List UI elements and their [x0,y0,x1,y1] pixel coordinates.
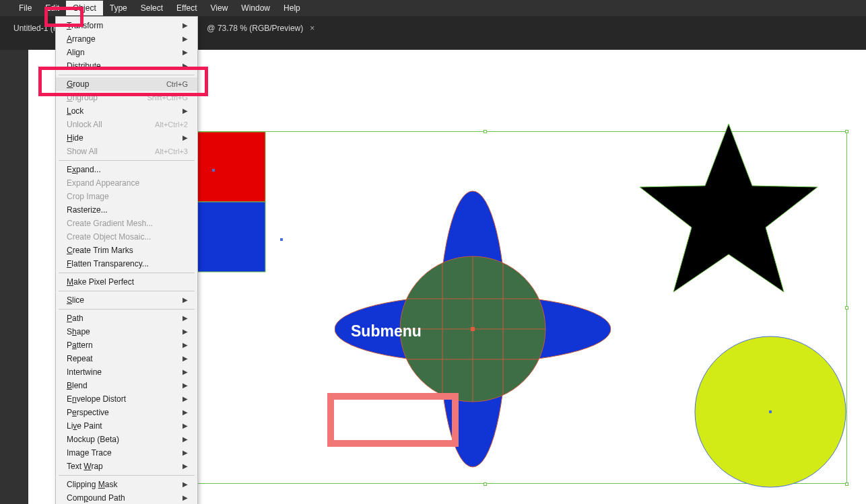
submenu-arrow-icon: ▶ [182,479,188,490]
submenu-arrow-icon: ▶ [182,461,188,472]
menu-item-mockup-beta[interactable]: Mockup (Beta)▶ [56,433,197,446]
shape-center-2 [280,238,283,241]
menu-item-label: Slice [67,295,84,305]
submenu-arrow-icon: ▶ [182,434,188,445]
menu-item-label: Lock [67,106,84,116]
menu-item-live-paint[interactable]: Live Paint▶ [56,419,197,433]
menu-item-label: Shape [67,326,90,337]
menu-item-label: Pattern [67,340,93,351]
menu-separator [59,273,195,273]
menu-item-text-wrap[interactable]: Text Wrap▶ [56,460,197,473]
menu-item-show-all: Show AllAlt+Ctrl+3 [56,145,197,158]
menu-item-envelope-distort[interactable]: Envelope Distort▶ [56,392,197,406]
menu-item-pattern[interactable]: Pattern▶ [56,338,197,352]
close-tab-icon[interactable]: × [310,24,314,33]
sel-handle-rm[interactable] [845,306,848,310]
menu-item-label: Hide [67,133,84,143]
submenu-arrow-icon: ▶ [182,394,188,404]
menu-separator [59,75,195,75]
menu-item-intertwine[interactable]: Intertwine▶ [56,365,197,379]
menu-item-label: Group [67,79,89,89]
menu-help[interactable]: Help [277,1,307,15]
menu-file[interactable]: File [12,1,38,15]
menu-item-label: Rasterize... [67,205,108,215]
menu-item-unlock-all: Unlock AllAlt+Ctrl+2 [56,118,197,131]
menu-item-lock[interactable]: Lock▶ [56,104,197,118]
menu-item-rasterize[interactable]: Rasterize... [56,203,197,217]
menu-item-label: Clipping Mask [67,479,117,490]
tab-title-prefix: Untitled-1 (R [13,24,59,33]
submenu-arrow-icon: ▶ [182,367,188,377]
submenu-arrow-icon: ▶ [182,326,188,337]
submenu-arrow-icon: ▶ [182,20,188,31]
menu-item-label: Transform [67,20,103,31]
menu-item-crop-image: Crop Image [56,190,197,203]
sel-handle-tm[interactable] [484,130,487,133]
menu-item-transform[interactable]: Transform▶ [56,19,197,32]
menu-item-create-gradient-mesh: Create Gradient Mesh... [56,217,197,230]
menu-item-create-trim-marks[interactable]: Create Trim Marks [56,244,197,257]
submenu-arrow-icon: ▶ [182,133,188,143]
menu-effect[interactable]: Effect [170,1,203,15]
menu-item-align[interactable]: Align▶ [56,46,197,59]
menu-item-arrange[interactable]: Arrange▶ [56,32,197,46]
menu-item-path[interactable]: Path▶ [56,312,197,325]
menu-item-group[interactable]: GroupCtrl+G [56,77,197,91]
menu-item-shortcut: Shift+Ctrl+G [147,92,188,103]
shape-star[interactable] [634,118,823,307]
menu-separator [59,309,195,310]
menu-item-label: Create Object Mosaic... [67,231,151,242]
menu-item-ungroup: UngroupShift+Ctrl+G [56,91,197,104]
menu-item-slice[interactable]: Slice▶ [56,293,197,307]
menu-item-label: Create Trim Marks [67,245,133,256]
sel-handle-bm[interactable] [484,482,487,486]
menu-item-make-pixel-perfect[interactable]: Make Pixel Perfect [56,275,197,289]
shape-center-1 [212,169,215,172]
menu-item-compound-path[interactable]: Compound Path▶ [56,491,197,504]
submenu-arrow-icon: ▶ [182,493,188,503]
menu-item-flatten-transparency[interactable]: Flatten Transparency... [56,257,197,271]
menu-item-label: Compound Path [67,493,125,503]
menu-item-label: Live Paint [67,421,102,431]
menu-item-blend[interactable]: Blend▶ [56,379,197,392]
menu-item-clipping-mask[interactable]: Clipping Mask▶ [56,478,197,491]
submenu-arrow-icon: ▶ [182,313,188,324]
shape-center-circle [769,410,772,413]
menu-item-hide[interactable]: Hide▶ [56,131,197,145]
menu-item-shortcut: Ctrl+G [166,79,188,89]
sel-handle-tr[interactable] [845,130,848,133]
menu-item-perspective[interactable]: Perspective▶ [56,406,197,419]
submenu-arrow-icon: ▶ [182,353,188,364]
menu-object[interactable]: Object [66,1,103,15]
submenu-arrow-icon: ▶ [182,447,188,458]
menu-item-repeat[interactable]: Repeat▶ [56,352,197,365]
menu-item-label: Text Wrap [67,461,103,472]
submenu-arrow-icon: ▶ [182,421,188,431]
menu-select[interactable]: Select [134,1,170,15]
menu-item-label: Show All [67,146,98,157]
menu-item-label: Envelope Distort [67,394,126,404]
menu-item-label: Blend [67,380,88,391]
menu-type[interactable]: Type [103,1,134,15]
menu-window[interactable]: Window [234,1,277,15]
menu-item-label: Distribute [67,61,101,71]
menu-item-label: Crop Image [67,191,109,202]
submenu-arrow-icon: ▶ [182,106,188,116]
submenu-arrow-icon: ▶ [182,34,188,44]
menu-view[interactable]: View [204,1,235,15]
menu-item-image-trace[interactable]: Image Trace▶ [56,446,197,460]
shape-compass-group[interactable] [335,188,611,470]
menu-item-expand-appearance: Expand Appearance [56,176,197,190]
svg-rect-3 [195,202,265,272]
menu-item-shortcut: Alt+Ctrl+3 [155,146,188,157]
menu-item-label: Unlock All [67,119,102,130]
menu-item-distribute[interactable]: Distribute▶ [56,59,197,73]
svg-rect-1 [195,132,265,202]
menu-edit[interactable]: Edit [38,1,66,15]
menu-item-shape[interactable]: Shape▶ [56,325,197,338]
menu-item-label: Path [67,313,84,324]
menu-item-label: Mockup (Beta) [67,434,119,445]
menu-item-label: Intertwine [67,367,102,377]
menu-item-expand[interactable]: Expand... [56,163,197,176]
menubar: File Edit Object Type Select Effect View… [0,0,866,16]
